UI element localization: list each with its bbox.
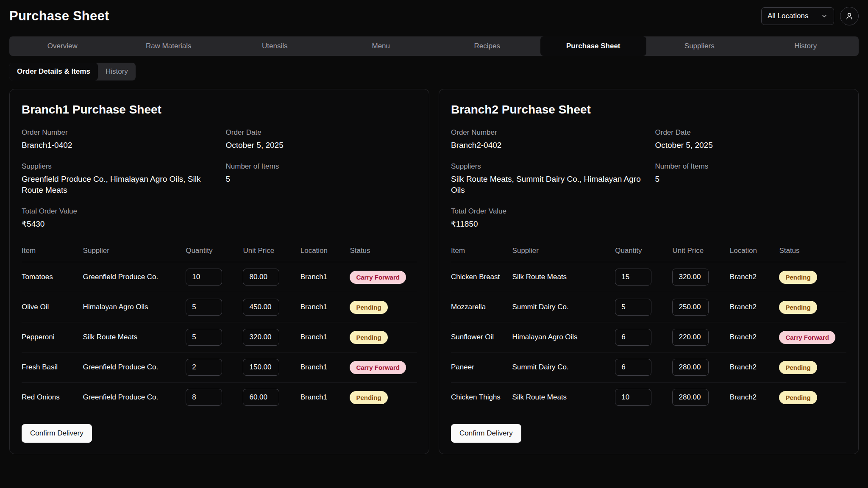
tab-history[interactable]: History — [753, 36, 859, 56]
quantity-input[interactable] — [186, 389, 222, 406]
location-cell: Branch1 — [300, 363, 350, 372]
quantity-input[interactable] — [615, 329, 651, 346]
unit-price-input[interactable] — [672, 329, 709, 346]
item-cell: Chicken Breast — [451, 273, 512, 281]
confirm-delivery-button[interactable]: Confirm Delivery — [22, 424, 92, 443]
field-order-date: Order Date October 5, 2025 — [655, 128, 847, 151]
unit-price-input[interactable] — [672, 359, 709, 376]
tab-suppliers[interactable]: Suppliers — [646, 36, 753, 56]
field-value: October 5, 2025 — [226, 140, 417, 151]
location-filter-value: All Locations — [768, 12, 808, 20]
supplier-cell: Greenfield Produce Co. — [83, 273, 186, 281]
col-header-unit-price: Unit Price — [672, 247, 729, 255]
field-value: ₹11850 — [451, 219, 643, 230]
table-row: Chicken Thighs Silk Route Meats Branch2 … — [451, 383, 846, 412]
quantity-input[interactable] — [186, 359, 222, 376]
quantity-input[interactable] — [615, 389, 651, 406]
tab-purchase-sheet[interactable]: Purchase Sheet — [540, 36, 647, 56]
unit-price-input[interactable] — [672, 299, 709, 316]
col-header-supplier: Supplier — [512, 247, 615, 255]
status-badge: Pending — [779, 301, 817, 314]
location-cell: Branch2 — [730, 393, 779, 402]
field-suppliers: Suppliers Greenfield Produce Co., Himala… — [22, 162, 213, 196]
field-label: Order Number — [22, 128, 213, 137]
status-badge: Pending — [779, 271, 817, 284]
supplier-cell: Silk Route Meats — [83, 333, 186, 341]
subtabs: Order Details & ItemsHistory — [9, 63, 136, 80]
location-cell: Branch2 — [730, 333, 779, 341]
unit-price-input[interactable] — [672, 389, 709, 406]
tab-raw-materials[interactable]: Raw Materials — [116, 36, 222, 56]
table-row: Mozzarella Summit Dairy Co. Branch2 Pend… — [451, 292, 846, 322]
branch2-purchase-sheet: Branch2 Purchase Sheet Order Number Bran… — [439, 89, 859, 454]
field-label: Suppliers — [451, 162, 643, 171]
item-cell: Olive Oil — [22, 303, 83, 311]
location-cell: Branch1 — [300, 393, 350, 402]
field-order-number: Order Number Branch2-0402 — [451, 128, 643, 151]
user-menu-button[interactable] — [840, 7, 859, 25]
confirm-delivery-button[interactable]: Confirm Delivery — [451, 424, 521, 443]
user-icon — [845, 12, 854, 20]
field-total-order-value: Total Order Value ₹5430 — [22, 207, 213, 230]
tab-overview[interactable]: Overview — [9, 36, 116, 56]
field-label: Number of Items — [226, 162, 417, 171]
field-value: 5 — [226, 174, 417, 185]
purchase-cards: Branch1 Purchase Sheet Order Number Bran… — [0, 80, 868, 454]
quantity-input[interactable] — [186, 329, 222, 346]
table-row: Sunflower Oil Himalayan Agro Oils Branch… — [451, 322, 846, 352]
col-header-status: Status — [350, 247, 417, 255]
status-badge: Pending — [779, 361, 817, 374]
location-cell: Branch1 — [300, 303, 350, 311]
quantity-input[interactable] — [186, 299, 222, 316]
header-actions: All Locations — [761, 7, 859, 25]
location-cell: Branch1 — [300, 273, 350, 281]
quantity-input[interactable] — [186, 269, 222, 286]
unit-price-input[interactable] — [243, 269, 279, 286]
col-header-supplier: Supplier — [83, 247, 186, 255]
supplier-cell: Summit Dairy Co. — [512, 303, 615, 311]
tab-menu[interactable]: Menu — [328, 36, 434, 56]
field-label: Number of Items — [655, 162, 847, 171]
table-row: Red Onions Greenfield Produce Co. Branch… — [22, 383, 417, 412]
col-header-location: Location — [730, 247, 779, 255]
supplier-cell: Summit Dairy Co. — [512, 363, 615, 372]
supplier-cell: Himalayan Agro Oils — [512, 333, 615, 341]
unit-price-input[interactable] — [243, 359, 279, 376]
field-label: Order Date — [226, 128, 417, 137]
unit-price-input[interactable] — [243, 329, 279, 346]
item-cell: Paneer — [451, 363, 512, 372]
table-row: Pepperoni Silk Route Meats Branch1 Pendi… — [22, 322, 417, 352]
supplier-cell: Silk Route Meats — [512, 393, 615, 402]
col-header-item: Item — [22, 247, 83, 255]
status-badge: Pending — [350, 331, 387, 344]
field-label: Suppliers — [22, 162, 213, 171]
field-value: Branch1-0402 — [22, 140, 213, 151]
table-row: Tomatoes Greenfield Produce Co. Branch1 … — [22, 262, 417, 292]
unit-price-input[interactable] — [672, 269, 709, 286]
status-badge: Pending — [350, 391, 387, 404]
quantity-input[interactable] — [615, 299, 651, 316]
field-label: Order Number — [451, 128, 643, 137]
status-badge: Pending — [350, 301, 387, 314]
subtab-history[interactable]: History — [98, 63, 136, 80]
item-cell: Mozzarella — [451, 303, 512, 311]
location-filter-select[interactable]: All Locations — [761, 7, 834, 25]
field-total-order-value: Total Order Value ₹11850 — [451, 207, 643, 230]
item-cell: Sunflower Oil — [451, 333, 512, 341]
tab-recipes[interactable]: Recipes — [434, 36, 540, 56]
order-details: Order Number Branch1-0402 Order Date Oct… — [22, 128, 417, 230]
quantity-input[interactable] — [615, 359, 651, 376]
item-cell: Pepperoni — [22, 333, 83, 341]
unit-price-input[interactable] — [243, 389, 279, 406]
field-order-date: Order Date October 5, 2025 — [226, 128, 417, 151]
quantity-input[interactable] — [615, 269, 651, 286]
field-value: Greenfield Produce Co., Himalayan Agro O… — [22, 174, 213, 196]
tab-utensils[interactable]: Utensils — [222, 36, 328, 56]
field-value: ₹5430 — [22, 219, 213, 230]
unit-price-input[interactable] — [243, 299, 279, 316]
main-nav: OverviewRaw MaterialsUtensilsMenuRecipes… — [9, 36, 859, 56]
items-table: ItemSupplierQuantityUnit PriceLocationSt… — [451, 242, 846, 412]
subtab-order-details-items[interactable]: Order Details & Items — [9, 63, 98, 80]
item-cell: Tomatoes — [22, 273, 83, 281]
app-header: Purchase Sheet All Locations — [0, 0, 868, 25]
